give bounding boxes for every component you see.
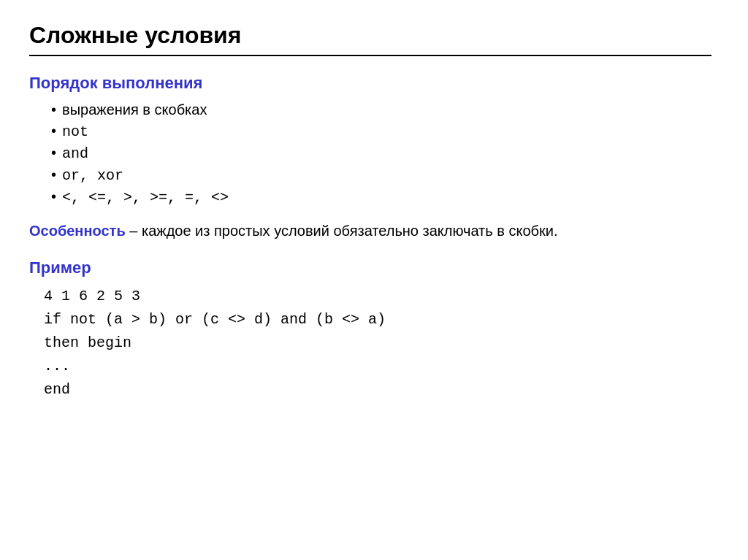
- code-line-4: end: [44, 378, 711, 402]
- page-title: Сложные условия: [29, 22, 711, 49]
- list-item: not: [51, 123, 711, 140]
- numbers-line: 4 1 6 2 5 3: [44, 285, 711, 308]
- title-divider: [29, 55, 711, 56]
- list-item: выражения в скобках: [51, 101, 711, 118]
- code-line-2: then begin: [44, 331, 711, 355]
- list-item-text: not: [62, 123, 88, 140]
- order-list: выражения в скобках not and or, xor <, <…: [51, 101, 711, 206]
- order-heading: Порядок выполнения: [29, 74, 711, 93]
- code-line-1: if not (a > b) or (c <> d) and (b <> a): [44, 308, 711, 331]
- list-item-text: and: [62, 145, 88, 162]
- list-item: or, xor: [51, 166, 711, 184]
- code-line-3: ...: [44, 355, 711, 378]
- list-item: and: [51, 145, 711, 162]
- note-text: – каждое из простых условий обязательно …: [126, 223, 558, 239]
- note-label: Особенность: [29, 223, 126, 239]
- example-section: Пример 4 1 6 2 5 3 if not (a > b) or (c …: [29, 258, 711, 402]
- example-heading: Пример: [29, 258, 711, 277]
- code-block: 4 1 6 2 5 3 if not (a > b) or (c <> d) a…: [44, 285, 711, 402]
- list-item-text: or, xor: [62, 167, 123, 184]
- note-section: Особенность – каждое из простых условий …: [29, 220, 711, 241]
- list-item-text: <, <=, >, >=, =, <>: [62, 189, 229, 206]
- list-item: <, <=, >, >=, =, <>: [51, 188, 711, 206]
- list-item-text: выражения в скобках: [62, 101, 207, 118]
- order-section: Порядок выполнения выражения в скобках n…: [29, 74, 711, 206]
